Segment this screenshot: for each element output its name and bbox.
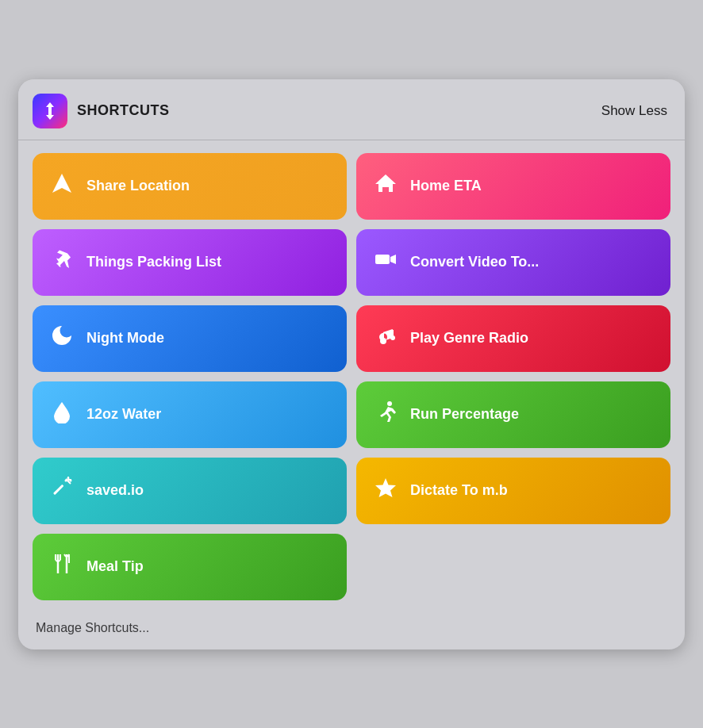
show-less-button[interactable]: Show Less bbox=[601, 103, 667, 119]
svg-point-8 bbox=[387, 401, 392, 406]
shortcut-run-percentage[interactable]: Run Percentage bbox=[356, 381, 670, 448]
app-icon bbox=[33, 94, 67, 128]
share-location-label: Share Location bbox=[86, 178, 190, 195]
convert-video-label: Convert Video To... bbox=[410, 254, 539, 271]
video-icon bbox=[372, 247, 399, 277]
shortcut-meal-tip[interactable]: Meal Tip bbox=[33, 534, 347, 600]
shortcut-night-mode[interactable]: Night Mode bbox=[33, 305, 347, 372]
home-eta-label: Home ETA bbox=[410, 178, 482, 195]
meal-tip-label: Meal Tip bbox=[86, 558, 144, 576]
header-left: SHORTCUTS bbox=[33, 94, 170, 128]
wand-icon bbox=[48, 476, 75, 505]
night-mode-label: Night Mode bbox=[86, 330, 164, 347]
manage-shortcuts-button[interactable]: Manage Shortcuts... bbox=[36, 621, 149, 635]
shortcut-share-location[interactable]: Share Location bbox=[33, 153, 347, 220]
manage-row: Manage Shortcuts... bbox=[18, 613, 685, 649]
shortcut-convert-video[interactable]: Convert Video To... bbox=[356, 229, 670, 296]
saved-io-label: saved.io bbox=[86, 482, 144, 500]
shortcuts-grid: Share Location Home ETA Things Packing L… bbox=[18, 140, 685, 613]
shortcuts-app-icon bbox=[38, 99, 62, 123]
plane-icon bbox=[48, 247, 75, 277]
header: SHORTCUTS Show Less bbox=[18, 79, 685, 140]
widget-container: SHORTCUTS Show Less Share Location Home … bbox=[18, 79, 685, 649]
dictate-label: Dictate To m.b bbox=[410, 482, 508, 500]
shortcut-things-packing[interactable]: Things Packing List bbox=[33, 229, 347, 296]
moon-icon bbox=[48, 324, 75, 353]
home-icon bbox=[372, 171, 399, 201]
star-icon bbox=[372, 476, 399, 505]
svg-point-14 bbox=[67, 477, 70, 480]
svg-marker-17 bbox=[375, 478, 396, 497]
shortcut-saved-io[interactable]: saved.io bbox=[33, 458, 347, 524]
svg-point-15 bbox=[70, 480, 72, 482]
run-percentage-label: Run Percentage bbox=[410, 406, 519, 423]
water-label: 12oz Water bbox=[86, 406, 161, 423]
run-icon bbox=[372, 400, 399, 429]
music-icon bbox=[372, 324, 399, 353]
play-genre-label: Play Genre Radio bbox=[410, 330, 528, 347]
shortcut-dictate[interactable]: Dictate To m.b bbox=[356, 458, 670, 524]
shortcut-water[interactable]: 12oz Water bbox=[33, 381, 347, 448]
shortcut-play-genre[interactable]: Play Genre Radio bbox=[356, 305, 670, 372]
app-title: SHORTCUTS bbox=[77, 102, 170, 119]
navigation-icon bbox=[48, 171, 75, 201]
svg-marker-0 bbox=[52, 174, 71, 193]
svg-rect-9 bbox=[53, 485, 63, 495]
shortcut-home-eta[interactable]: Home ETA bbox=[356, 153, 670, 220]
svg-marker-2 bbox=[390, 255, 396, 264]
svg-point-16 bbox=[65, 480, 67, 482]
svg-rect-1 bbox=[375, 255, 390, 264]
drop-icon bbox=[48, 400, 75, 429]
utensils-icon bbox=[48, 552, 75, 581]
things-packing-label: Things Packing List bbox=[86, 254, 221, 271]
